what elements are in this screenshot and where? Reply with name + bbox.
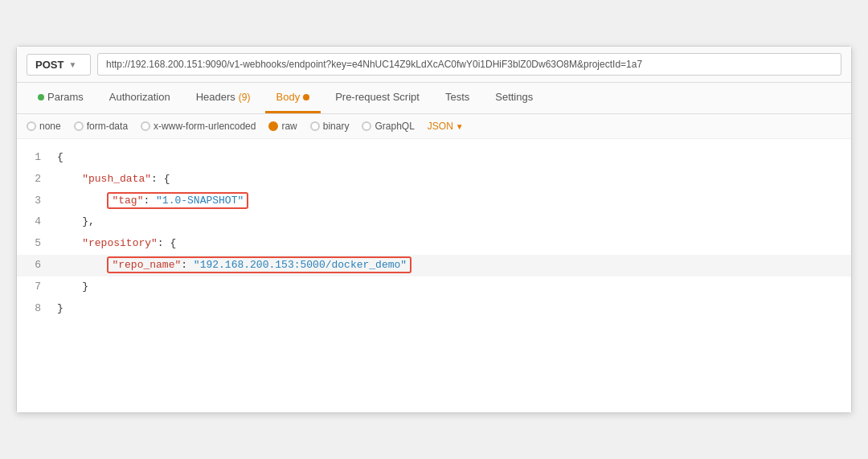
line-content-8: } [57,301,851,318]
method-label: POST [35,59,63,71]
method-chevron: ▼ [68,60,76,69]
json-dropdown[interactable]: JSON ▼ [428,121,464,132]
url-input[interactable] [97,53,841,76]
line-content-3: "tag": "1.0-SNAPSHOT" [57,193,851,210]
line-num-5: 5 [17,236,57,252]
tab-params-label: Params [47,91,84,103]
line-num-8: 8 [17,301,57,318]
line-num-3: 3 [17,193,57,210]
code-line-1: 1 { [17,147,851,169]
code-line-6: 6 "repo_name": "192.168.200.153:5000/doc… [17,255,851,277]
line-content-7: } [57,279,851,296]
line-num-7: 7 [17,279,57,296]
tab-prerequest-label: Pre-request Script [335,91,420,103]
tab-params[interactable]: Params [27,83,95,113]
headers-badge: (9) [239,92,251,103]
tab-authorization-label: Authorization [109,91,170,103]
radio-binary [310,121,320,131]
option-raw[interactable]: raw [268,121,297,132]
tab-headers[interactable]: Headers (9) [185,83,262,113]
body-dot [303,94,309,100]
line-content-1: { [57,150,851,166]
url-bar: POST ▼ [17,47,851,83]
tab-prerequest[interactable]: Pre-request Script [324,83,431,113]
tab-body-label: Body [276,91,301,103]
line-content-2: "push_data": { [57,171,851,188]
tab-tests-label: Tests [445,91,469,103]
code-line-7: 7 } [17,277,851,298]
radio-form-data [74,121,84,131]
option-none[interactable]: none [27,121,61,132]
option-binary[interactable]: binary [310,121,350,132]
code-line-3: 3 "tag": "1.0-SNAPSHOT" [17,191,851,212]
line-num-4: 4 [17,214,57,231]
option-graphql[interactable]: GraphQL [362,121,414,132]
tab-settings[interactable]: Settings [484,83,544,113]
json-label: JSON [428,121,453,132]
body-options: none form-data x-www-form-urlencoded raw… [17,114,851,139]
main-container: POST ▼ Params Authorization Headers (9) … [16,46,852,413]
tab-authorization[interactable]: Authorization [98,83,182,113]
option-form-data[interactable]: form-data [74,121,128,132]
tab-tests[interactable]: Tests [434,83,481,113]
radio-graphql [362,121,371,131]
json-chevron-icon: ▼ [456,122,464,131]
tab-body[interactable]: Body [265,83,321,113]
method-select[interactable]: POST ▼ [27,54,91,76]
tab-headers-label: Headers [196,91,235,103]
code-line-5: 5 "repository": { [17,233,851,255]
radio-raw [268,121,278,131]
tab-settings-label: Settings [495,91,533,103]
code-line-8: 8 } [17,298,851,320]
code-wrapper: 1 { 2 "push_data": { 3 "tag": "1.0-SNAPS… [17,139,851,412]
line-num-2: 2 [17,171,57,188]
code-line-2: 2 "push_data": { [17,169,851,191]
code-line-4: 4 }, [17,211,851,233]
params-dot [38,94,44,100]
line-content-4: }, [57,214,851,231]
radio-x-www [141,121,150,131]
line-num-6: 6 [17,257,57,274]
line-content-5: "repository": { [57,236,851,252]
tabs-bar: Params Authorization Headers (9) Body Pr… [17,83,851,114]
line-content-6: "repo_name": "192.168.200.153:5000/docke… [57,257,851,274]
line-num-1: 1 [17,150,57,166]
option-x-www[interactable]: x-www-form-urlencoded [141,121,256,132]
code-area[interactable]: 1 { 2 "push_data": { 3 "tag": "1.0-SNAPS… [17,139,851,412]
radio-none [27,121,36,131]
